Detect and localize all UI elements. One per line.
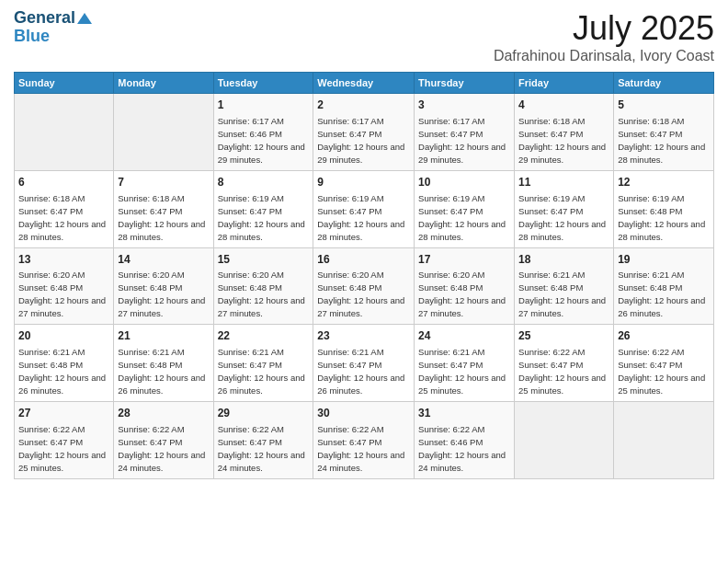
day-number: 15 xyxy=(218,252,310,268)
logo-line2: Blue xyxy=(14,28,50,46)
day-number: 1 xyxy=(218,98,310,113)
calendar-cell: 6Sunrise: 6:18 AM Sunset: 6:47 PM Daylig… xyxy=(15,170,114,247)
day-number: 20 xyxy=(18,328,109,344)
day-info: Sunrise: 6:20 AM Sunset: 6:48 PM Dayligh… xyxy=(18,270,106,318)
week-row-3: 13Sunrise: 6:20 AM Sunset: 6:48 PM Dayli… xyxy=(15,247,714,325)
week-row-5: 27Sunrise: 6:22 AM Sunset: 6:47 PM Dayli… xyxy=(15,402,714,479)
day-number: 9 xyxy=(317,175,410,190)
header-tuesday: Tuesday xyxy=(213,73,313,94)
calendar-cell: 2Sunrise: 6:17 AM Sunset: 6:47 PM Daylig… xyxy=(313,94,415,171)
day-info: Sunrise: 6:20 AM Sunset: 6:48 PM Dayligh… xyxy=(317,270,404,318)
day-number: 24 xyxy=(418,328,510,344)
header-saturday: Saturday xyxy=(614,73,714,94)
day-info: Sunrise: 6:19 AM Sunset: 6:47 PM Dayligh… xyxy=(418,193,506,242)
day-number: 21 xyxy=(118,328,209,344)
title-block: July 2025 Dafrahinou Darinsala, Ivory Co… xyxy=(494,9,714,64)
day-info: Sunrise: 6:19 AM Sunset: 6:48 PM Dayligh… xyxy=(618,193,705,242)
calendar-cell: 3Sunrise: 6:17 AM Sunset: 6:47 PM Daylig… xyxy=(415,94,515,171)
day-number: 8 xyxy=(218,175,310,190)
day-info: Sunrise: 6:18 AM Sunset: 6:47 PM Dayligh… xyxy=(618,116,705,165)
calendar-cell: 13Sunrise: 6:20 AM Sunset: 6:48 PM Dayli… xyxy=(15,247,114,325)
header: General Blue July 2025 Dafrahinou Darins… xyxy=(14,9,714,64)
day-info: Sunrise: 6:21 AM Sunset: 6:47 PM Dayligh… xyxy=(317,347,404,396)
week-row-1: 1Sunrise: 6:17 AM Sunset: 6:46 PM Daylig… xyxy=(15,94,714,171)
day-info: Sunrise: 6:21 AM Sunset: 6:47 PM Dayligh… xyxy=(218,347,305,396)
day-info: Sunrise: 6:20 AM Sunset: 6:48 PM Dayligh… xyxy=(118,270,205,318)
calendar-cell xyxy=(114,94,213,171)
calendar-cell: 30Sunrise: 6:22 AM Sunset: 6:47 PM Dayli… xyxy=(313,402,415,479)
calendar-cell: 11Sunrise: 6:19 AM Sunset: 6:47 PM Dayli… xyxy=(515,170,614,247)
day-info: Sunrise: 6:20 AM Sunset: 6:48 PM Dayligh… xyxy=(218,270,305,318)
day-info: Sunrise: 6:22 AM Sunset: 6:47 PM Dayligh… xyxy=(218,424,305,473)
day-info: Sunrise: 6:18 AM Sunset: 6:47 PM Dayligh… xyxy=(118,193,205,242)
page-subtitle: Dafrahinou Darinsala, Ivory Coast xyxy=(494,48,714,64)
calendar-cell: 10Sunrise: 6:19 AM Sunset: 6:47 PM Dayli… xyxy=(415,170,515,247)
day-info: Sunrise: 6:22 AM Sunset: 6:47 PM Dayligh… xyxy=(18,424,106,473)
day-info: Sunrise: 6:19 AM Sunset: 6:47 PM Dayligh… xyxy=(518,193,606,242)
calendar-cell: 28Sunrise: 6:22 AM Sunset: 6:47 PM Dayli… xyxy=(114,402,213,479)
logo-triangle-icon xyxy=(77,13,92,24)
day-info: Sunrise: 6:17 AM Sunset: 6:47 PM Dayligh… xyxy=(418,116,506,165)
calendar-cell: 1Sunrise: 6:17 AM Sunset: 6:46 PM Daylig… xyxy=(213,94,313,171)
day-number: 22 xyxy=(218,328,310,344)
header-sunday: Sunday xyxy=(15,73,114,94)
calendar-cell: 19Sunrise: 6:21 AM Sunset: 6:48 PM Dayli… xyxy=(614,247,714,325)
day-info: Sunrise: 6:22 AM Sunset: 6:47 PM Dayligh… xyxy=(118,424,205,473)
day-number: 30 xyxy=(317,406,410,421)
day-number: 29 xyxy=(218,406,310,421)
calendar-cell: 18Sunrise: 6:21 AM Sunset: 6:48 PM Dayli… xyxy=(515,247,614,325)
day-number: 13 xyxy=(18,252,109,268)
day-info: Sunrise: 6:21 AM Sunset: 6:48 PM Dayligh… xyxy=(518,270,606,318)
calendar-cell: 16Sunrise: 6:20 AM Sunset: 6:48 PM Dayli… xyxy=(313,247,415,325)
calendar-cell: 27Sunrise: 6:22 AM Sunset: 6:47 PM Dayli… xyxy=(15,402,114,479)
calendar-cell: 22Sunrise: 6:21 AM Sunset: 6:47 PM Dayli… xyxy=(213,325,313,402)
calendar-cell: 24Sunrise: 6:21 AM Sunset: 6:47 PM Dayli… xyxy=(415,325,515,402)
calendar-cell xyxy=(15,94,114,171)
day-info: Sunrise: 6:21 AM Sunset: 6:48 PM Dayligh… xyxy=(618,270,705,318)
calendar-cell: 17Sunrise: 6:20 AM Sunset: 6:48 PM Dayli… xyxy=(415,247,515,325)
calendar-cell: 29Sunrise: 6:22 AM Sunset: 6:47 PM Dayli… xyxy=(213,402,313,479)
header-wednesday: Wednesday xyxy=(313,73,415,94)
day-number: 2 xyxy=(317,98,410,113)
calendar-cell: 8Sunrise: 6:19 AM Sunset: 6:47 PM Daylig… xyxy=(213,170,313,247)
logo: General Blue xyxy=(14,9,92,46)
calendar-cell: 31Sunrise: 6:22 AM Sunset: 6:46 PM Dayli… xyxy=(415,402,515,479)
day-number: 12 xyxy=(618,175,710,190)
logo-text-blue: Blue xyxy=(14,28,50,46)
day-info: Sunrise: 6:22 AM Sunset: 6:47 PM Dayligh… xyxy=(317,424,404,473)
day-number: 10 xyxy=(418,175,510,190)
day-number: 6 xyxy=(18,175,109,190)
page: General Blue July 2025 Dafrahinou Darins… xyxy=(0,0,728,563)
calendar-cell: 4Sunrise: 6:18 AM Sunset: 6:47 PM Daylig… xyxy=(515,94,614,171)
day-number: 7 xyxy=(118,175,209,190)
header-monday: Monday xyxy=(114,73,213,94)
day-info: Sunrise: 6:18 AM Sunset: 6:47 PM Dayligh… xyxy=(18,193,106,242)
day-number: 28 xyxy=(118,406,209,421)
logo-line1: General xyxy=(14,9,92,28)
day-info: Sunrise: 6:22 AM Sunset: 6:46 PM Dayligh… xyxy=(418,424,506,473)
day-number: 26 xyxy=(618,328,710,344)
day-number: 17 xyxy=(418,252,510,268)
day-number: 23 xyxy=(317,328,410,344)
day-info: Sunrise: 6:19 AM Sunset: 6:47 PM Dayligh… xyxy=(218,193,305,242)
day-number: 31 xyxy=(418,406,510,421)
day-number: 14 xyxy=(118,252,209,268)
day-info: Sunrise: 6:18 AM Sunset: 6:47 PM Dayligh… xyxy=(518,116,606,165)
day-number: 18 xyxy=(518,252,609,268)
day-number: 4 xyxy=(518,98,609,113)
calendar-cell: 23Sunrise: 6:21 AM Sunset: 6:47 PM Dayli… xyxy=(313,325,415,402)
day-number: 5 xyxy=(618,98,710,113)
day-info: Sunrise: 6:20 AM Sunset: 6:48 PM Dayligh… xyxy=(418,270,506,318)
day-info: Sunrise: 6:19 AM Sunset: 6:47 PM Dayligh… xyxy=(317,193,404,242)
logo-text-general: General xyxy=(14,9,75,28)
calendar-cell: 5Sunrise: 6:18 AM Sunset: 6:47 PM Daylig… xyxy=(614,94,714,171)
calendar-cell: 14Sunrise: 6:20 AM Sunset: 6:48 PM Dayli… xyxy=(114,247,213,325)
day-info: Sunrise: 6:21 AM Sunset: 6:48 PM Dayligh… xyxy=(118,347,205,396)
calendar-cell: 12Sunrise: 6:19 AM Sunset: 6:48 PM Dayli… xyxy=(614,170,714,247)
day-number: 11 xyxy=(518,175,609,190)
day-info: Sunrise: 6:21 AM Sunset: 6:48 PM Dayligh… xyxy=(18,347,106,396)
day-number: 25 xyxy=(518,328,609,344)
calendar-cell: 20Sunrise: 6:21 AM Sunset: 6:48 PM Dayli… xyxy=(15,325,114,402)
week-row-4: 20Sunrise: 6:21 AM Sunset: 6:48 PM Dayli… xyxy=(15,325,714,402)
day-number: 3 xyxy=(418,98,510,113)
